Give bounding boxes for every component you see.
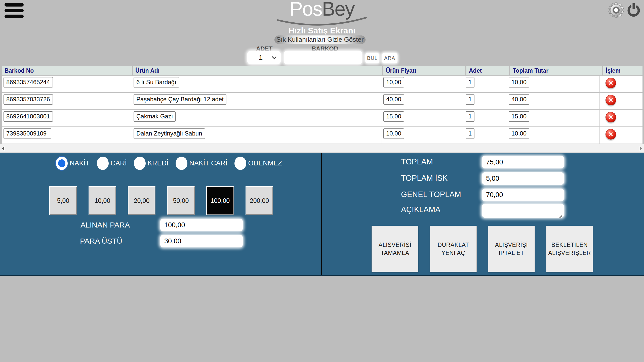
denom-5-button[interactable]: 5,00 (49, 186, 77, 215)
price-field[interactable]: 10,00 (383, 77, 404, 87)
radio-cari[interactable]: CARİ (97, 157, 127, 170)
payment-method-group: NAKİT CARİ KREDİ NAKİT CARİ ODENMEZ (56, 157, 282, 170)
delete-row-icon[interactable]: ✕ (606, 129, 616, 140)
barcode-field[interactable]: 739835009109 (4, 128, 51, 139)
alinan-para-input[interactable] (160, 219, 243, 231)
toplam-isk-label: TOPLAM İSK (401, 174, 448, 183)
pause-open-new-button[interactable]: DURAKLAT YENİ AÇ (430, 226, 477, 272)
scroll-left-icon[interactable] (2, 146, 4, 151)
cancel-sale-button[interactable]: ALIŞVERİŞİ İPTAL ET (488, 226, 535, 272)
table-row: 8693357033726 Paşabahçe Çay Bardağı 12 a… (2, 93, 642, 110)
adet-select-value: 1 (247, 54, 272, 62)
delete-row-icon[interactable]: ✕ (606, 112, 616, 122)
qty-field[interactable]: 1 (466, 111, 474, 122)
col-header-price: Ürün Fiyatı (383, 66, 465, 75)
product-name-field[interactable]: Dalan Zeytinyağlı Sabun (134, 128, 205, 139)
bul-button[interactable]: BUL (365, 53, 379, 63)
radio-label: CARİ (111, 159, 127, 167)
toplam-isk-input[interactable] (482, 172, 564, 185)
aciklama-textarea[interactable] (482, 204, 564, 218)
radio-circle (134, 157, 146, 170)
totals-panel: TOPLAM TOPLAM İSK GENEL TOPLAM AÇIKLAMA … (322, 153, 644, 275)
radio-label: NAKİT (70, 159, 90, 167)
product-name-field[interactable]: Paşabahçe Çay Bardağı 12 adet (134, 94, 226, 105)
toplam-input[interactable] (482, 156, 564, 168)
barcode-field[interactable]: 8693357465244 (4, 77, 53, 87)
radio-circle (234, 157, 246, 170)
col-header-qty: Adet (466, 66, 509, 75)
table-row: 8692641003001 Çakmak Gazı 15,00 1 15,00 … (2, 110, 642, 127)
col-header-total: Toplam Tutar (510, 66, 602, 75)
denom-20-button[interactable]: 20,00 (128, 186, 155, 215)
logo-swoosh (276, 16, 368, 27)
total-field[interactable]: 10,00 (509, 128, 529, 139)
denom-50-button[interactable]: 50,00 (167, 186, 195, 215)
ara-button[interactable]: ARA (382, 53, 397, 63)
product-name-field[interactable]: Çakmak Gazı (134, 111, 176, 122)
radio-label: NAKİT CARİ (189, 159, 227, 167)
app-logo: PosBey (272, 0, 372, 19)
total-field[interactable]: 15,00 (509, 111, 529, 122)
radio-nakit[interactable]: NAKİT (56, 157, 90, 170)
qty-field[interactable]: 1 (466, 128, 474, 139)
para-ustu-label: PARA ÜSTÜ (80, 237, 122, 245)
price-field[interactable]: 15,00 (383, 111, 404, 122)
settings-gear-icon[interactable] (608, 2, 624, 20)
radio-label: KREDİ (148, 159, 169, 167)
barcode-field[interactable]: 8692641003001 (4, 111, 53, 122)
col-header-name: Ürün Adı (133, 66, 382, 75)
denomination-group: 5,00 10,00 20,00 50,00 100,00 200,00 (49, 186, 273, 215)
denom-10-button[interactable]: 10,00 (89, 186, 116, 215)
radio-circle (176, 157, 187, 170)
payment-panel: NAKİT CARİ KREDİ NAKİT CARİ ODENMEZ 5,00… (0, 153, 322, 275)
alinan-para-label: ALINAN PARA (80, 221, 130, 229)
col-header-barcode: Barkod No (2, 66, 132, 75)
barcode-field[interactable]: 8693357033726 (4, 94, 53, 105)
genel-toplam-label: GENEL TOPLAM (401, 190, 461, 199)
menu-bar (5, 3, 24, 7)
products-table: Barkod No Ürün Adı Ürün Fiyatı Adet Topl… (2, 66, 642, 144)
price-field[interactable]: 10,00 (383, 128, 404, 139)
chevron-down-icon (272, 56, 277, 59)
radio-nakit-cari[interactable]: NAKİT CARİ (176, 157, 227, 170)
adet-select[interactable]: 1 (247, 51, 281, 64)
radio-circle (56, 157, 68, 170)
delete-row-icon[interactable]: ✕ (606, 78, 616, 88)
toplam-label: TOPLAM (401, 157, 433, 166)
held-sales-button[interactable]: BEKLETİLEN ALIŞVERİŞLER (546, 226, 593, 272)
favorites-toggle-button[interactable]: Sık Kullanılanları Gizle Göster (274, 35, 366, 44)
genel-toplam-input[interactable] (482, 189, 564, 201)
qty-field[interactable]: 1 (466, 77, 474, 87)
denom-200-button[interactable]: 200,00 (246, 186, 273, 215)
menu-bar (5, 9, 24, 12)
scroll-right-icon[interactable] (640, 146, 642, 151)
para-ustu-input[interactable] (160, 235, 243, 247)
radio-odenmez[interactable]: ODENMEZ (234, 157, 282, 170)
total-field[interactable]: 40,00 (509, 94, 529, 105)
aciklama-label: AÇIKLAMA (401, 205, 440, 214)
table-header-row: Barkod No Ürün Adı Ürün Fiyatı Adet Topl… (2, 66, 642, 75)
barkod-input[interactable] (284, 51, 362, 64)
complete-sale-button[interactable]: ALIŞVERİŞİ TAMAMLA (372, 226, 418, 272)
table-row: 739835009109 Dalan Zeytinyağlı Sabun 10,… (2, 127, 642, 144)
delete-row-icon[interactable]: ✕ (606, 95, 616, 105)
radio-label: ODENMEZ (248, 159, 282, 167)
page-title: Hızlı Satış Ekranı (247, 26, 397, 35)
menu-icon[interactable] (5, 3, 24, 20)
menu-bar (5, 15, 24, 18)
power-icon[interactable] (626, 2, 641, 18)
qty-field[interactable]: 1 (466, 94, 474, 105)
product-name-field[interactable]: 6 lı Su Bardağı (134, 77, 179, 87)
denom-100-button[interactable]: 100,00 (206, 186, 234, 215)
radio-circle (97, 157, 109, 170)
total-field[interactable]: 10,00 (509, 77, 529, 87)
col-header-action: İşlem (603, 66, 642, 75)
radio-kredi[interactable]: KREDİ (134, 157, 169, 170)
horizontal-scrollbar[interactable] (0, 144, 644, 153)
table-row: 8693357465244 6 lı Su Bardağı 10,00 1 10… (2, 76, 642, 93)
price-field[interactable]: 40,00 (383, 94, 404, 105)
